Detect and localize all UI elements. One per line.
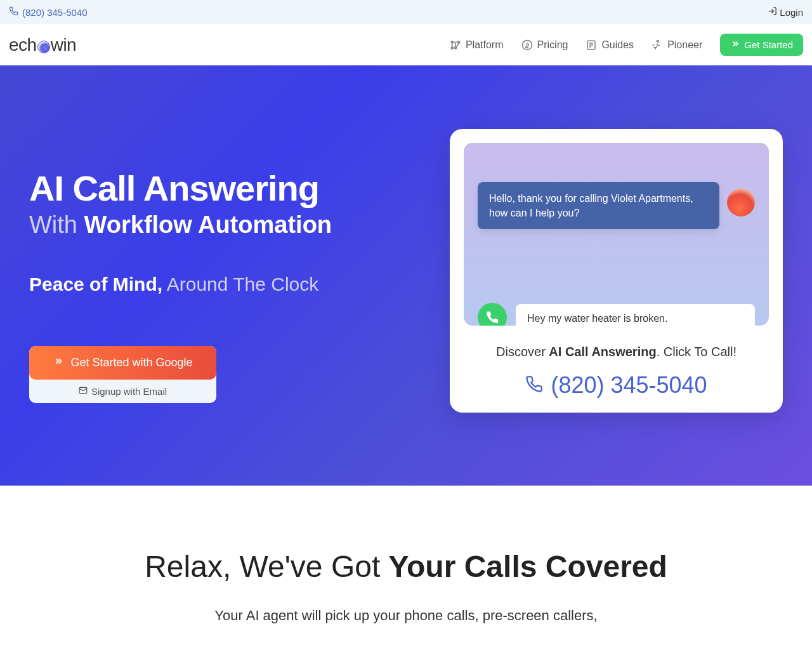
discover-text: Discover AI Call Answering. Click To Cal… <box>464 345 769 359</box>
phone-icon <box>9 6 18 18</box>
hero-subtitle-prefix: With <box>29 211 84 238</box>
nav-pricing-label: Pricing <box>537 39 568 51</box>
svg-point-1 <box>451 41 453 43</box>
section-2-body: Your AI agent will pick up your phone ca… <box>184 606 628 626</box>
svg-line-8 <box>456 43 459 47</box>
chat-ai-message: Hello, thank you for calling Violet Apar… <box>478 182 719 229</box>
cta-primary-label: Get Started with Google <box>70 356 192 369</box>
login-link[interactable]: Login <box>768 6 803 18</box>
hero-tagline-bold: Peace of Mind, <box>29 274 162 295</box>
discover-prefix: Discover <box>496 345 549 359</box>
hero-title: AI Call Answering <box>29 170 412 208</box>
call-phone-link[interactable]: (820) 345-5040 <box>464 372 769 399</box>
svg-point-14 <box>657 40 658 42</box>
logo-suffix: win <box>51 35 77 55</box>
chevrons-right-icon <box>730 39 740 51</box>
login-icon <box>768 6 777 18</box>
topbar-phone-text: (820) 345-5040 <box>22 7 88 18</box>
svg-point-4 <box>451 47 453 49</box>
nav-pricing[interactable]: Pricing <box>521 39 568 51</box>
discover-bold: AI Call Answering <box>549 345 656 359</box>
svg-point-2 <box>458 41 460 43</box>
hero-subtitle-bold: Workflow Automation <box>84 211 332 238</box>
hero-tagline: Peace of Mind, Around The Clock <box>29 274 412 295</box>
pricing-icon <box>521 39 533 51</box>
nav-platform-label: Platform <box>466 39 504 51</box>
nav-platform[interactable]: Platform <box>450 39 504 51</box>
nav-guides[interactable]: Guides <box>586 39 634 51</box>
nav-pioneer[interactable]: Pioneer <box>652 39 702 51</box>
section-2-title-prefix: Relax, We've Got <box>145 550 388 583</box>
hero-subtitle: With Workflow Automation <box>29 211 412 239</box>
svg-point-3 <box>454 47 456 49</box>
chevrons-right-icon <box>53 355 64 370</box>
chat-window: Hello, thank you for calling Violet Apar… <box>464 143 769 326</box>
signup-email-button[interactable]: Signup with Email <box>29 380 216 403</box>
phone-call-icon <box>525 372 543 399</box>
call-phone-number: (820) 345-5040 <box>551 372 707 399</box>
logo-prefix: ech <box>9 35 37 55</box>
user-avatar-icon <box>478 303 507 326</box>
cta-secondary-label: Signup with Email <box>91 386 167 397</box>
ai-avatar-icon <box>727 189 755 216</box>
logo-circle-icon <box>37 41 50 53</box>
discover-suffix: . Click To Call! <box>657 345 737 359</box>
login-text: Login <box>780 7 803 18</box>
platform-icon <box>450 39 461 51</box>
section-2-title: Relax, We've Got Your Calls Covered <box>29 549 783 584</box>
logo[interactable]: ech win <box>9 35 76 55</box>
mail-icon <box>79 386 88 397</box>
nav-pioneer-label: Pioneer <box>667 39 702 51</box>
nav-get-started-label: Get Started <box>744 39 793 50</box>
topbar-phone-link[interactable]: (820) 345-5040 <box>9 6 88 18</box>
nav-get-started-button[interactable]: Get Started <box>720 34 803 56</box>
section-2-title-bold: Your Calls Covered <box>389 550 667 583</box>
nav-guides-label: Guides <box>601 39 634 51</box>
demo-card: Hello, thank you for calling Violet Apar… <box>450 129 783 413</box>
pioneer-icon <box>652 39 663 51</box>
hero-tagline-suffix: Around The Clock <box>162 274 318 295</box>
chat-user-message: Hey my water heater is broken. <box>516 304 755 326</box>
get-started-google-button[interactable]: Get Started with Google <box>29 346 216 380</box>
guides-icon <box>586 39 597 51</box>
